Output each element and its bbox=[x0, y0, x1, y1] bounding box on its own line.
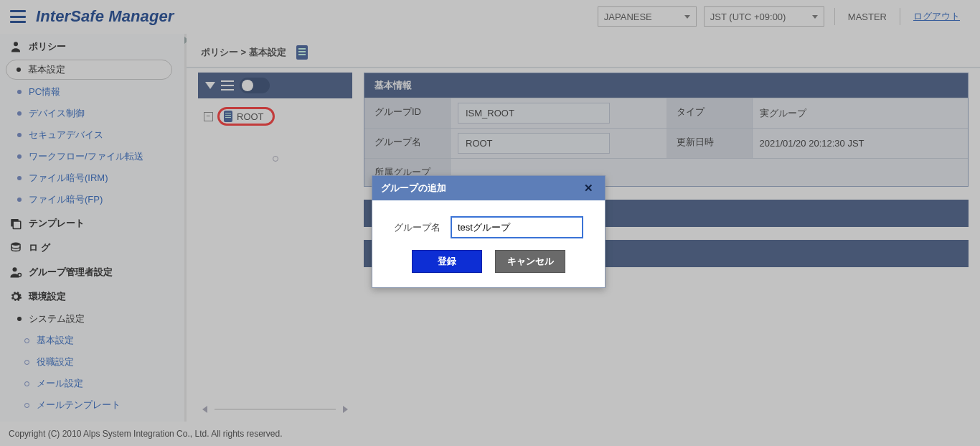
close-icon[interactable]: ✕ bbox=[581, 182, 596, 195]
modal-header[interactable]: グループの追加 ✕ bbox=[372, 176, 605, 200]
modal-field-label: グループ名 bbox=[394, 221, 440, 234]
group-name-input[interactable] bbox=[451, 216, 583, 238]
add-group-modal: グループの追加 ✕ グループ名 登録 キャンセル bbox=[372, 175, 606, 288]
submit-button[interactable]: 登録 bbox=[412, 250, 482, 273]
cancel-button[interactable]: キャンセル bbox=[495, 250, 565, 273]
modal-title: グループの追加 bbox=[381, 182, 446, 195]
